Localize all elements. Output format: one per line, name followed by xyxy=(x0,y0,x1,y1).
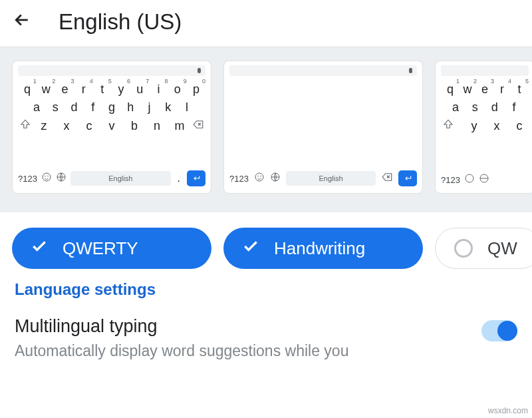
setting-label: Multilingual typing xyxy=(15,316,348,337)
key: r4 xyxy=(494,83,510,97)
setting-multilingual-typing[interactable]: Multilingual typing Automatically displa… xyxy=(15,316,517,360)
shift-icon xyxy=(442,118,454,133)
key: r4 xyxy=(76,83,92,97)
svg-point-2 xyxy=(48,176,49,176)
check-icon xyxy=(31,238,48,260)
period-key: . xyxy=(175,172,183,184)
section-title-language-settings: Language settings xyxy=(15,280,517,299)
key: s xyxy=(467,101,483,114)
key: d xyxy=(66,101,82,114)
keyboard-preview-qwerty: q1w2e3r4t5y6u7i8o9p0 asdfghjkl zxcvbnm ?… xyxy=(12,61,211,194)
key: t5 xyxy=(94,83,110,97)
key: p0 xyxy=(188,83,204,97)
handwriting-area xyxy=(229,83,417,170)
svg-point-1 xyxy=(45,176,46,176)
chip-label: QW xyxy=(487,238,517,259)
back-button[interactable] xyxy=(12,10,32,35)
chip-label: Handwriting xyxy=(274,238,365,259)
key: l xyxy=(179,101,195,114)
svg-point-6 xyxy=(261,176,261,176)
key: o9 xyxy=(170,83,186,97)
key: j xyxy=(142,101,158,114)
keyboard-preview-handwriting: ?123 English xyxy=(223,61,423,194)
symbols-key: ?123 xyxy=(229,174,249,184)
key: c xyxy=(81,119,97,133)
key: f xyxy=(85,101,101,114)
spacebar: English xyxy=(70,171,171,186)
key: n xyxy=(149,119,165,133)
enter-key xyxy=(187,170,205,186)
page-title: English (US) xyxy=(59,9,182,35)
suggestion-strip xyxy=(229,65,417,76)
key: y xyxy=(466,119,482,133)
layout-card-handwriting[interactable]: ?123 English xyxy=(223,61,423,194)
layout-card-third[interactable]: q1w2e3r4t5 asdf yxc ?123 xyxy=(435,61,532,194)
key: g xyxy=(104,101,120,114)
chip-label: QWERTY xyxy=(63,238,138,259)
key: t5 xyxy=(511,83,527,97)
globe-icon xyxy=(56,172,66,185)
spacebar: English xyxy=(286,171,376,186)
key: q1 xyxy=(19,83,35,97)
mic-icon xyxy=(196,67,201,75)
svg-point-5 xyxy=(258,176,259,176)
key: i8 xyxy=(151,83,167,97)
key: u7 xyxy=(132,83,148,97)
shift-icon xyxy=(19,118,31,133)
key: a xyxy=(448,101,464,114)
key: d xyxy=(487,101,503,114)
key: k xyxy=(160,101,176,114)
radio-unchecked-icon xyxy=(454,239,473,258)
emoji-icon xyxy=(464,173,475,186)
key: x xyxy=(59,119,74,133)
mic-icon xyxy=(408,67,413,75)
svg-point-8 xyxy=(466,174,473,182)
backspace-icon xyxy=(192,118,204,133)
key: b xyxy=(126,119,142,133)
symbols-key: ?123 xyxy=(441,175,460,185)
setting-description: Automatically display word suggestions w… xyxy=(15,342,348,360)
toggle-thumb xyxy=(497,321,517,341)
key: c xyxy=(511,119,527,133)
key: m xyxy=(172,119,188,133)
key: s xyxy=(47,101,63,114)
svg-point-0 xyxy=(43,173,51,181)
suggestion-strip xyxy=(441,65,529,76)
watermark: wsxdn.com xyxy=(488,406,528,415)
svg-point-4 xyxy=(255,173,263,181)
key: q1 xyxy=(442,83,458,97)
chip-qwerty[interactable]: QWERTY xyxy=(12,228,211,269)
key: w2 xyxy=(38,83,54,97)
key: v xyxy=(104,119,120,133)
enter-key xyxy=(398,170,417,186)
layout-carousel[interactable]: q1w2e3r4t5y6u7i8o9p0 asdfghjkl zxcvbnm ?… xyxy=(0,47,532,212)
emoji-icon xyxy=(41,172,52,185)
key: y6 xyxy=(113,83,129,97)
suggestion-strip xyxy=(18,65,205,76)
chip-third[interactable]: QW xyxy=(435,228,532,269)
key: x xyxy=(489,119,505,133)
key: e3 xyxy=(57,83,72,97)
emoji-icon xyxy=(254,172,265,185)
key: f xyxy=(506,101,522,114)
toggle-multilingual[interactable] xyxy=(481,320,517,341)
chip-handwriting[interactable]: Handwriting xyxy=(223,228,423,269)
symbols-key: ?123 xyxy=(18,174,37,184)
key: a xyxy=(29,101,45,114)
keyboard-preview-third: q1w2e3r4t5 asdf yxc ?123 xyxy=(435,61,532,194)
globe-icon xyxy=(270,172,281,185)
globe-icon xyxy=(479,173,489,186)
check-icon xyxy=(242,238,259,260)
key: w2 xyxy=(460,83,475,97)
key: e3 xyxy=(477,83,493,97)
layout-card-qwerty[interactable]: q1w2e3r4t5y6u7i8o9p0 asdfghjkl zxcvbnm ?… xyxy=(12,61,211,194)
key: h xyxy=(122,101,138,114)
backspace-icon xyxy=(381,171,393,186)
key: z xyxy=(36,119,52,133)
